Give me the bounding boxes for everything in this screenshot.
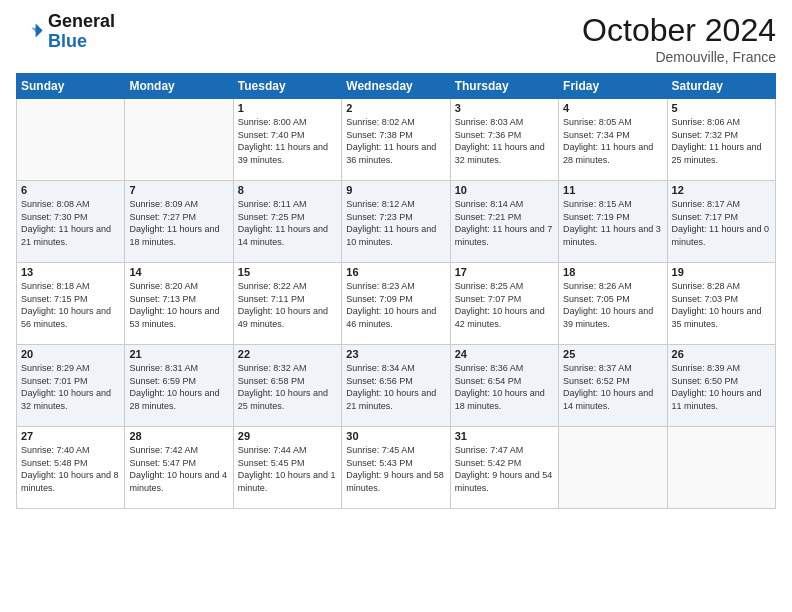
cell-info: Sunrise: 8:20 AM Sunset: 7:13 PM Dayligh…: [129, 280, 228, 330]
week-row-3: 13Sunrise: 8:18 AM Sunset: 7:15 PM Dayli…: [17, 263, 776, 345]
cell-4-7: 26Sunrise: 8:39 AM Sunset: 6:50 PM Dayli…: [667, 345, 775, 427]
cell-5-2: 28Sunrise: 7:42 AM Sunset: 5:47 PM Dayli…: [125, 427, 233, 509]
location: Demouville, France: [582, 49, 776, 65]
cell-2-3: 8Sunrise: 8:11 AM Sunset: 7:25 PM Daylig…: [233, 181, 341, 263]
day-number: 28: [129, 430, 228, 442]
logo-line1: General: [48, 12, 115, 32]
day-number: 25: [563, 348, 662, 360]
cell-info: Sunrise: 8:29 AM Sunset: 7:01 PM Dayligh…: [21, 362, 120, 412]
day-number: 8: [238, 184, 337, 196]
day-number: 24: [455, 348, 554, 360]
cell-info: Sunrise: 8:32 AM Sunset: 6:58 PM Dayligh…: [238, 362, 337, 412]
cell-1-3: 1Sunrise: 8:00 AM Sunset: 7:40 PM Daylig…: [233, 99, 341, 181]
cell-2-4: 9Sunrise: 8:12 AM Sunset: 7:23 PM Daylig…: [342, 181, 450, 263]
cell-info: Sunrise: 8:22 AM Sunset: 7:11 PM Dayligh…: [238, 280, 337, 330]
day-number: 15: [238, 266, 337, 278]
header-thursday: Thursday: [450, 74, 558, 99]
month-title: October 2024: [582, 12, 776, 49]
svg-marker-1: [31, 28, 38, 35]
day-number: 5: [672, 102, 771, 114]
day-number: 11: [563, 184, 662, 196]
cell-1-2: [125, 99, 233, 181]
cell-3-7: 19Sunrise: 8:28 AM Sunset: 7:03 PM Dayli…: [667, 263, 775, 345]
cell-1-4: 2Sunrise: 8:02 AM Sunset: 7:38 PM Daylig…: [342, 99, 450, 181]
cell-3-3: 15Sunrise: 8:22 AM Sunset: 7:11 PM Dayli…: [233, 263, 341, 345]
cell-5-6: [559, 427, 667, 509]
day-number: 9: [346, 184, 445, 196]
day-number: 19: [672, 266, 771, 278]
cell-info: Sunrise: 7:44 AM Sunset: 5:45 PM Dayligh…: [238, 444, 337, 494]
cell-3-2: 14Sunrise: 8:20 AM Sunset: 7:13 PM Dayli…: [125, 263, 233, 345]
cell-info: Sunrise: 8:26 AM Sunset: 7:05 PM Dayligh…: [563, 280, 662, 330]
day-number: 23: [346, 348, 445, 360]
day-number: 30: [346, 430, 445, 442]
cell-info: Sunrise: 8:39 AM Sunset: 6:50 PM Dayligh…: [672, 362, 771, 412]
day-number: 13: [21, 266, 120, 278]
logo: General Blue: [16, 12, 115, 52]
cell-info: Sunrise: 7:42 AM Sunset: 5:47 PM Dayligh…: [129, 444, 228, 494]
cell-4-3: 22Sunrise: 8:32 AM Sunset: 6:58 PM Dayli…: [233, 345, 341, 427]
header-row: SundayMondayTuesdayWednesdayThursdayFrid…: [17, 74, 776, 99]
day-number: 1: [238, 102, 337, 114]
header-monday: Monday: [125, 74, 233, 99]
cell-info: Sunrise: 7:40 AM Sunset: 5:48 PM Dayligh…: [21, 444, 120, 494]
day-number: 10: [455, 184, 554, 196]
day-number: 18: [563, 266, 662, 278]
cell-3-1: 13Sunrise: 8:18 AM Sunset: 7:15 PM Dayli…: [17, 263, 125, 345]
cell-info: Sunrise: 8:11 AM Sunset: 7:25 PM Dayligh…: [238, 198, 337, 248]
cell-1-7: 5Sunrise: 8:06 AM Sunset: 7:32 PM Daylig…: [667, 99, 775, 181]
cell-1-5: 3Sunrise: 8:03 AM Sunset: 7:36 PM Daylig…: [450, 99, 558, 181]
day-number: 31: [455, 430, 554, 442]
cell-2-7: 12Sunrise: 8:17 AM Sunset: 7:17 PM Dayli…: [667, 181, 775, 263]
day-number: 17: [455, 266, 554, 278]
day-number: 26: [672, 348, 771, 360]
day-number: 2: [346, 102, 445, 114]
cell-2-1: 6Sunrise: 8:08 AM Sunset: 7:30 PM Daylig…: [17, 181, 125, 263]
cell-3-6: 18Sunrise: 8:26 AM Sunset: 7:05 PM Dayli…: [559, 263, 667, 345]
cell-2-5: 10Sunrise: 8:14 AM Sunset: 7:21 PM Dayli…: [450, 181, 558, 263]
cell-4-4: 23Sunrise: 8:34 AM Sunset: 6:56 PM Dayli…: [342, 345, 450, 427]
day-number: 22: [238, 348, 337, 360]
week-row-1: 1Sunrise: 8:00 AM Sunset: 7:40 PM Daylig…: [17, 99, 776, 181]
cell-info: Sunrise: 7:45 AM Sunset: 5:43 PM Dayligh…: [346, 444, 445, 494]
cell-3-4: 16Sunrise: 8:23 AM Sunset: 7:09 PM Dayli…: [342, 263, 450, 345]
cell-4-2: 21Sunrise: 8:31 AM Sunset: 6:59 PM Dayli…: [125, 345, 233, 427]
cell-info: Sunrise: 8:25 AM Sunset: 7:07 PM Dayligh…: [455, 280, 554, 330]
day-number: 27: [21, 430, 120, 442]
cell-info: Sunrise: 8:14 AM Sunset: 7:21 PM Dayligh…: [455, 198, 554, 248]
cell-info: Sunrise: 8:28 AM Sunset: 7:03 PM Dayligh…: [672, 280, 771, 330]
cell-info: Sunrise: 8:17 AM Sunset: 7:17 PM Dayligh…: [672, 198, 771, 248]
day-number: 21: [129, 348, 228, 360]
cell-5-7: [667, 427, 775, 509]
cell-info: Sunrise: 8:15 AM Sunset: 7:19 PM Dayligh…: [563, 198, 662, 248]
cell-5-3: 29Sunrise: 7:44 AM Sunset: 5:45 PM Dayli…: [233, 427, 341, 509]
cell-1-1: [17, 99, 125, 181]
cell-5-1: 27Sunrise: 7:40 AM Sunset: 5:48 PM Dayli…: [17, 427, 125, 509]
cell-info: Sunrise: 8:34 AM Sunset: 6:56 PM Dayligh…: [346, 362, 445, 412]
cell-2-2: 7Sunrise: 8:09 AM Sunset: 7:27 PM Daylig…: [125, 181, 233, 263]
day-number: 7: [129, 184, 228, 196]
day-number: 20: [21, 348, 120, 360]
cell-info: Sunrise: 8:00 AM Sunset: 7:40 PM Dayligh…: [238, 116, 337, 166]
day-number: 3: [455, 102, 554, 114]
header-friday: Friday: [559, 74, 667, 99]
logo-icon: [16, 18, 44, 46]
page-header: General Blue October 2024 Demouville, Fr…: [16, 12, 776, 65]
header-sunday: Sunday: [17, 74, 125, 99]
week-row-4: 20Sunrise: 8:29 AM Sunset: 7:01 PM Dayli…: [17, 345, 776, 427]
calendar-table: SundayMondayTuesdayWednesdayThursdayFrid…: [16, 73, 776, 509]
cell-info: Sunrise: 8:12 AM Sunset: 7:23 PM Dayligh…: [346, 198, 445, 248]
cell-info: Sunrise: 7:47 AM Sunset: 5:42 PM Dayligh…: [455, 444, 554, 494]
header-saturday: Saturday: [667, 74, 775, 99]
cell-info: Sunrise: 8:03 AM Sunset: 7:36 PM Dayligh…: [455, 116, 554, 166]
cell-info: Sunrise: 8:02 AM Sunset: 7:38 PM Dayligh…: [346, 116, 445, 166]
cell-4-6: 25Sunrise: 8:37 AM Sunset: 6:52 PM Dayli…: [559, 345, 667, 427]
week-row-5: 27Sunrise: 7:40 AM Sunset: 5:48 PM Dayli…: [17, 427, 776, 509]
week-row-2: 6Sunrise: 8:08 AM Sunset: 7:30 PM Daylig…: [17, 181, 776, 263]
cell-info: Sunrise: 8:05 AM Sunset: 7:34 PM Dayligh…: [563, 116, 662, 166]
header-wednesday: Wednesday: [342, 74, 450, 99]
cell-info: Sunrise: 8:31 AM Sunset: 6:59 PM Dayligh…: [129, 362, 228, 412]
logo-line2: Blue: [48, 32, 115, 52]
cell-3-5: 17Sunrise: 8:25 AM Sunset: 7:07 PM Dayli…: [450, 263, 558, 345]
cell-2-6: 11Sunrise: 8:15 AM Sunset: 7:19 PM Dayli…: [559, 181, 667, 263]
